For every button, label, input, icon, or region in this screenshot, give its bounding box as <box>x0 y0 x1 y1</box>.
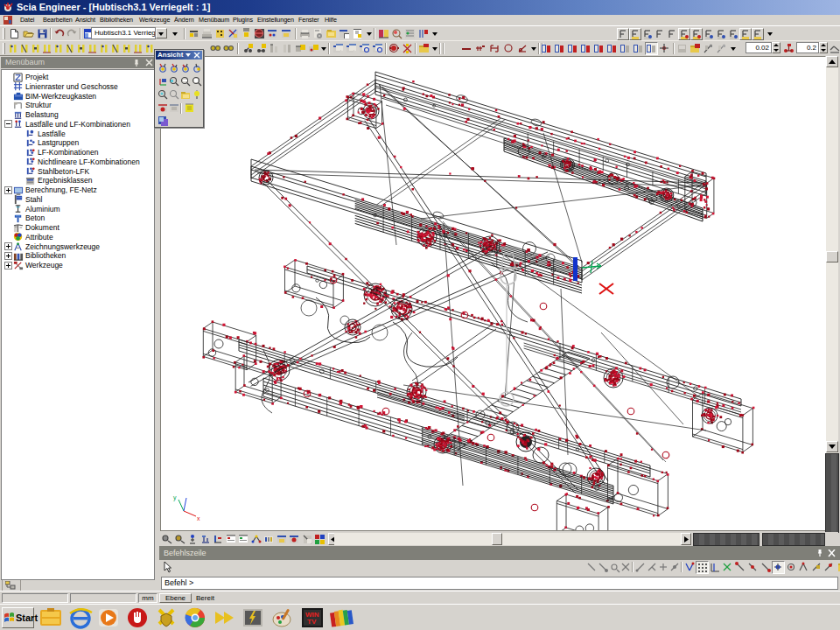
svg-text:TV: TV <box>307 618 317 626</box>
svg-text:y: y <box>173 494 177 501</box>
svg-text:x: x <box>197 515 200 522</box>
